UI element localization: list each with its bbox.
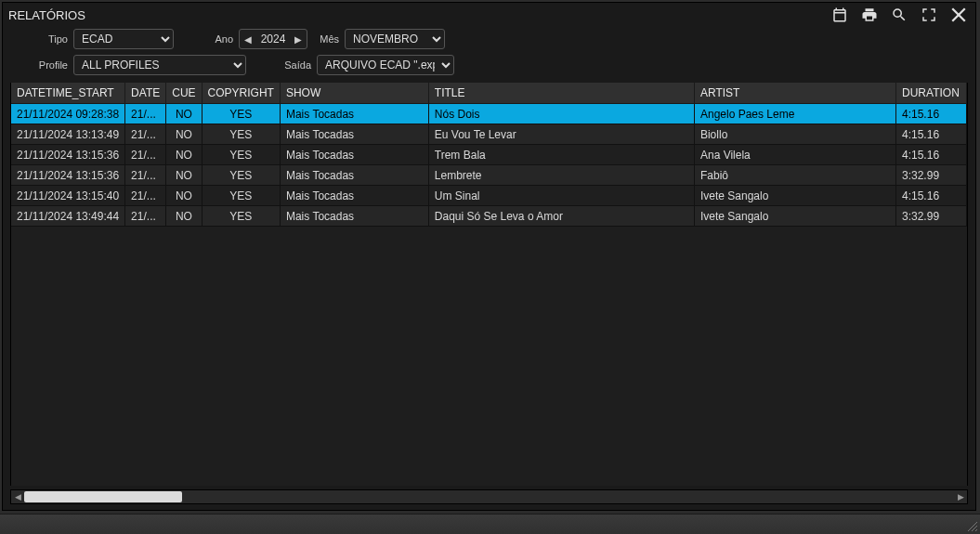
- table-area: DATETIME_START DATE CUE COPYRIGHT SHOW T…: [10, 83, 968, 486]
- col-duration[interactable]: DURATION: [896, 83, 967, 104]
- cell-dur: 3:32.99: [896, 165, 967, 186]
- cell-cue: NO: [166, 145, 202, 165]
- cell-show: Mais Tocadas: [280, 206, 428, 227]
- window-title: RELATÓRIOS: [8, 8, 85, 22]
- col-artist[interactable]: ARTIST: [694, 83, 895, 104]
- scroll-left-icon[interactable]: ◀: [11, 492, 24, 501]
- cell-cue: NO: [166, 165, 202, 186]
- titlebar: RELATÓRIOS: [3, 3, 975, 27]
- cell-date: 21/...: [125, 104, 166, 124]
- filter-row-1: Tipo ECAD Ano ◀ 2024 ▶ Mês NOVEMBRO: [10, 29, 968, 49]
- cell-dur: 4:15.16: [896, 145, 967, 165]
- cell-date: 21/...: [125, 186, 166, 206]
- cell-copy: YES: [202, 186, 280, 206]
- cell-title: Trem Bala: [428, 145, 694, 165]
- fullscreen-icon[interactable]: [920, 6, 938, 24]
- year-prev-icon[interactable]: ◀: [240, 34, 256, 45]
- svg-line-4: [975, 529, 977, 531]
- table-row[interactable]: 21/11/2024 13:13:4921/...NOYESMais Tocad…: [11, 124, 967, 145]
- col-date[interactable]: DATE: [125, 83, 166, 104]
- cell-dur: 4:15.16: [896, 124, 967, 145]
- cell-artist: Angelo Paes Leme: [694, 104, 895, 124]
- cell-artist: Biollo: [694, 124, 895, 145]
- cell-cue: NO: [166, 124, 202, 145]
- cell-artist: Ivete Sangalo: [694, 186, 895, 206]
- cell-cue: NO: [166, 186, 202, 206]
- print-icon[interactable]: [860, 6, 879, 24]
- mes-label: Mês: [313, 33, 339, 45]
- table-row[interactable]: 21/11/2024 13:15:4021/...NOYESMais Tocad…: [11, 186, 967, 206]
- year-stepper[interactable]: ◀ 2024 ▶: [239, 29, 307, 49]
- calendar-icon[interactable]: [830, 6, 849, 24]
- tipo-label: Tipo: [10, 33, 68, 45]
- resize-grip-icon[interactable]: [965, 519, 978, 532]
- cell-date: 21/...: [125, 165, 166, 186]
- cell-title: Eu Vou Te Levar: [428, 124, 694, 145]
- cell-title: Lembrete: [428, 165, 694, 186]
- reports-table[interactable]: DATETIME_START DATE CUE COPYRIGHT SHOW T…: [11, 83, 967, 227]
- cell-dt: 21/11/2024 13:15:40: [11, 186, 125, 206]
- profile-select[interactable]: ALL PROFILES: [73, 55, 246, 75]
- cell-artist: Fabiô: [694, 165, 895, 186]
- cell-title: Um Sinal: [428, 186, 694, 206]
- reports-window: RELATÓRIOS Tipo ECAD Ano: [2, 2, 976, 511]
- cell-dt: 21/11/2024 09:28:38: [11, 104, 125, 124]
- mes-select[interactable]: NOVEMBRO: [345, 29, 445, 49]
- col-title[interactable]: TITLE: [428, 83, 694, 104]
- table-row[interactable]: 21/11/2024 09:28:3821/...NOYESMais Tocad…: [11, 104, 967, 124]
- cell-show: Mais Tocadas: [280, 186, 428, 206]
- profile-label: Profile: [10, 59, 68, 71]
- filter-row-2: Profile ALL PROFILES Saída ARQUIVO ECAD …: [10, 55, 968, 75]
- scroll-right-icon[interactable]: ▶: [954, 492, 967, 501]
- cell-dt: 21/11/2024 13:13:49: [11, 124, 125, 145]
- statusbar: [0, 514, 980, 534]
- cell-show: Mais Tocadas: [280, 104, 428, 124]
- cell-copy: YES: [202, 104, 280, 124]
- scrollbar-track[interactable]: [24, 490, 954, 503]
- cell-title: Nós Dois: [428, 104, 694, 124]
- table-row[interactable]: 21/11/2024 13:15:3621/...NOYESMais Tocad…: [11, 145, 967, 165]
- cell-artist: Ana Vilela: [694, 145, 895, 165]
- cell-title: Daqui Só Se Leva o Amor: [428, 206, 694, 227]
- cell-copy: YES: [202, 124, 280, 145]
- cell-dur: 4:15.16: [896, 186, 967, 206]
- col-show[interactable]: SHOW: [280, 83, 428, 104]
- cell-dur: 3:32.99: [896, 206, 967, 227]
- cell-show: Mais Tocadas: [280, 124, 428, 145]
- col-datetime-start[interactable]: DATETIME_START: [11, 83, 125, 104]
- cell-cue: NO: [166, 206, 202, 227]
- cell-dt: 21/11/2024 13:15:36: [11, 145, 125, 165]
- col-copyright[interactable]: COPYRIGHT: [202, 83, 280, 104]
- saida-select[interactable]: ARQUIVO ECAD ".exp": [317, 55, 454, 75]
- cell-dt: 21/11/2024 13:15:36: [11, 165, 125, 186]
- cell-dt: 21/11/2024 13:49:44: [11, 206, 125, 227]
- cell-copy: YES: [202, 206, 280, 227]
- close-icon[interactable]: [949, 6, 968, 24]
- ano-label: Ano: [207, 33, 233, 45]
- table-row[interactable]: 21/11/2024 13:15:3621/...NOYESMais Tocad…: [11, 165, 967, 186]
- cell-dur: 4:15.16: [896, 104, 967, 124]
- cell-artist: Ivete Sangalo: [694, 206, 895, 227]
- search-icon[interactable]: [890, 6, 908, 24]
- titlebar-actions: [830, 6, 968, 24]
- cell-show: Mais Tocadas: [280, 145, 428, 165]
- col-cue[interactable]: CUE: [166, 83, 202, 104]
- cell-copy: YES: [202, 165, 280, 186]
- year-next-icon[interactable]: ▶: [290, 34, 307, 45]
- cell-show: Mais Tocadas: [280, 165, 428, 186]
- table-row[interactable]: 21/11/2024 13:49:4421/...NOYESMais Tocad…: [11, 206, 967, 227]
- table-header-row[interactable]: DATETIME_START DATE CUE COPYRIGHT SHOW T…: [11, 83, 967, 104]
- saida-label: Saída: [274, 59, 311, 71]
- scrollbar-thumb[interactable]: [24, 491, 182, 502]
- cell-date: 21/...: [125, 206, 166, 227]
- cell-cue: NO: [166, 104, 202, 124]
- cell-date: 21/...: [125, 124, 166, 145]
- year-value: 2024: [256, 33, 290, 46]
- cell-copy: YES: [202, 145, 280, 165]
- filter-bar: Tipo ECAD Ano ◀ 2024 ▶ Mês NOVEMBRO Prof…: [3, 27, 975, 83]
- horizontal-scrollbar[interactable]: ◀ ▶: [10, 489, 968, 504]
- tipo-select[interactable]: ECAD: [73, 29, 174, 49]
- cell-date: 21/...: [125, 145, 166, 165]
